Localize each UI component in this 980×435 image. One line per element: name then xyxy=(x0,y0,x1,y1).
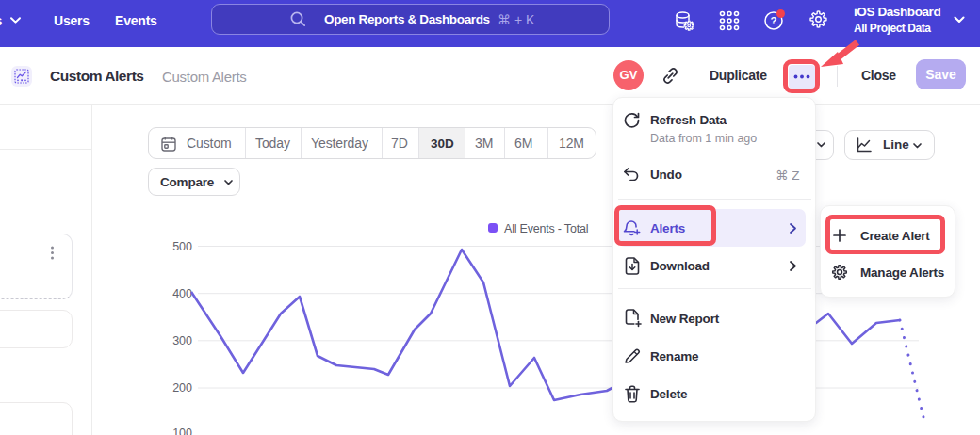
svg-text:?: ? xyxy=(770,15,776,26)
svg-text:500: 500 xyxy=(172,240,192,253)
svg-text:300: 300 xyxy=(172,334,192,347)
svg-text:200: 200 xyxy=(172,381,192,395)
svg-text:400: 400 xyxy=(172,287,192,300)
svg-text:100: 100 xyxy=(172,427,192,435)
